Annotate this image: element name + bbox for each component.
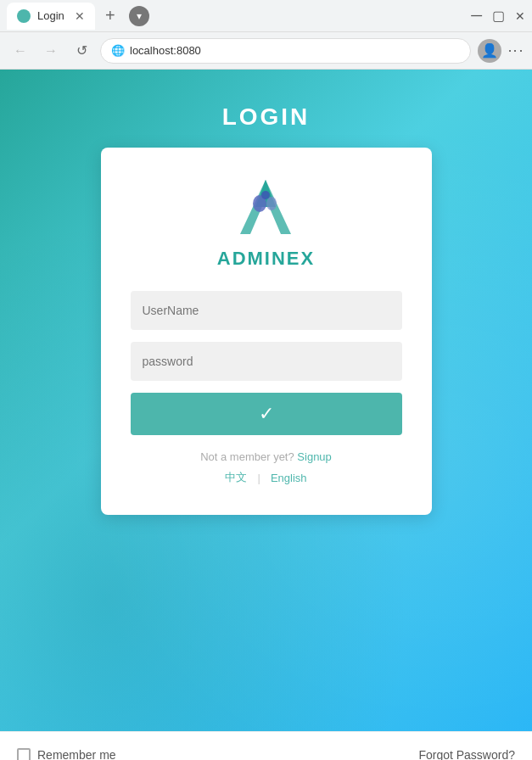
active-tab[interactable]: Login ✕ (7, 3, 95, 30)
lang-zh-button[interactable]: 中文 (225, 470, 247, 485)
logo-container: ADMINEX (217, 173, 315, 270)
profile-button[interactable]: 👤 (478, 39, 501, 63)
remember-me-checkbox[interactable] (17, 748, 31, 761)
profile-icon: 👤 (481, 42, 498, 59)
maximize-button[interactable]: ▢ (492, 8, 505, 24)
minimize-button[interactable]: ─ (471, 7, 482, 25)
username-input[interactable] (131, 291, 402, 330)
bottom-bar: Remember me Forgot Password? (0, 731, 532, 760)
back-button[interactable]: ← (8, 39, 32, 63)
not-member-text: Not a member yet? Signup (200, 450, 332, 463)
tab-close-button[interactable]: ✕ (75, 9, 85, 23)
titlebar: Login ✕ + ▾ ─ ▢ ✕ (0, 0, 532, 32)
language-selector: 中文 | English (225, 470, 306, 485)
login-card: ADMINEX ✓ Not a member yet? Signup 中文 | … (101, 148, 432, 515)
forward-button[interactable]: → (39, 39, 63, 63)
submit-button[interactable]: ✓ (131, 393, 402, 435)
logo-icon (232, 173, 300, 241)
remember-me-label[interactable]: Remember me (17, 748, 116, 761)
page-background: LOGIN ADMINEX ✓ Not a member yet? (0, 70, 532, 731)
lang-en-button[interactable]: English (271, 472, 307, 484)
page-title: LOGIN (222, 103, 311, 131)
tab-title: Login (37, 9, 64, 22)
logo-text: ADMINEX (217, 248, 315, 270)
svg-point-3 (266, 197, 277, 210)
address-bar[interactable]: 🌐 localhost:8080 (100, 38, 471, 64)
forgot-password-link[interactable]: Forgot Password? (418, 748, 515, 761)
lang-divider: | (257, 472, 260, 484)
tab-dropdown-button[interactable]: ▾ (129, 6, 149, 26)
svg-point-4 (261, 191, 270, 199)
tab-favicon (17, 9, 31, 23)
browser-menu-button[interactable]: ⋮ (507, 43, 525, 59)
remember-me-text: Remember me (37, 748, 116, 761)
reload-button[interactable]: ↺ (70, 39, 93, 63)
new-tab-button[interactable]: + (98, 4, 122, 28)
close-window-button[interactable]: ✕ (515, 9, 525, 23)
signup-link[interactable]: Signup (297, 450, 331, 463)
checkmark-icon: ✓ (259, 403, 274, 425)
password-input[interactable] (131, 342, 402, 381)
address-text: localhost:8080 (130, 44, 201, 57)
browser-toolbar: ← → ↺ 🌐 localhost:8080 👤 ⋮ (0, 32, 532, 70)
address-lock-icon: 🌐 (111, 44, 125, 57)
